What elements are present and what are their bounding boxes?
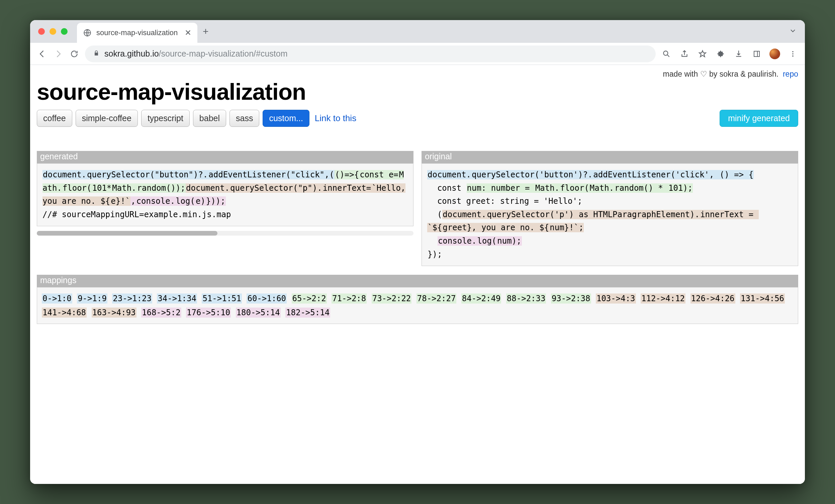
code-segment[interactable]: greet}, you are no. ${ (442, 223, 549, 232)
code-segment[interactable]: num}!`; (549, 223, 584, 232)
code-segment[interactable]: random() * (614, 183, 668, 193)
mapping-entry[interactable]: 163->4:93 (91, 307, 137, 318)
code-segment[interactable]: console. (437, 236, 477, 246)
simple-coffee-button[interactable]: simple-coffee (76, 110, 138, 127)
mapping-entry[interactable]: 112->4:12 (640, 294, 686, 304)
code-segment[interactable]: Math. (112, 183, 137, 193)
code-segment[interactable]: console. (136, 197, 176, 206)
code-segment[interactable]: ( (427, 210, 442, 219)
code-segment[interactable]: floor( (62, 183, 92, 193)
code-segment[interactable]: innerText= (323, 183, 372, 193)
tabs-dropdown-icon[interactable] (789, 27, 797, 36)
generated-scrollbar[interactable] (37, 231, 413, 236)
mapping-entry[interactable]: 84->2:49 (461, 294, 502, 304)
mapping-entry[interactable]: 182->5:14 (285, 307, 330, 318)
code-segment[interactable]: log( (477, 236, 497, 246)
mapping-entry[interactable]: 73->2:22 (372, 294, 412, 304)
mapping-entry[interactable]: 103->4:3 (596, 294, 636, 304)
coffee-button[interactable]: coffee (37, 110, 72, 127)
mapping-entry[interactable]: 65->2:2 (292, 294, 327, 304)
minify-generated-button[interactable]: minify generated (719, 110, 798, 127)
code-segment[interactable] (427, 236, 437, 246)
code-segment[interactable]: num); (497, 236, 522, 246)
mapping-entry[interactable]: 51->1:51 (202, 294, 242, 304)
code-segment[interactable]: num: number = (467, 183, 535, 193)
babel-button[interactable]: babel (193, 110, 226, 127)
mapping-entry[interactable]: 180->5:14 (236, 307, 281, 318)
mapping-entry[interactable]: 0->1:0 (42, 294, 72, 304)
sass-button[interactable]: sass (229, 110, 259, 127)
mapping-entry[interactable]: 9->1:9 (77, 294, 107, 304)
mapping-entry[interactable]: 23->1:23 (112, 294, 152, 304)
menu-icon[interactable] (788, 48, 798, 59)
bookmark-icon[interactable] (697, 48, 708, 59)
close-tab-icon[interactable]: ✕ (185, 28, 191, 38)
code-segment[interactable]: log( (175, 197, 196, 206)
original-code[interactable]: document.querySelector('button')?.addEve… (422, 163, 798, 266)
forward-icon[interactable] (53, 48, 64, 59)
code-segment[interactable]: document. (427, 170, 471, 179)
mapping-entry[interactable]: 60->1:60 (247, 294, 287, 304)
sidepanel-icon[interactable] (751, 48, 762, 59)
code-segment[interactable]: 101* (92, 183, 112, 193)
share-icon[interactable] (679, 48, 690, 59)
code-segment[interactable]: innerText = (700, 210, 758, 219)
extensions-icon[interactable] (715, 48, 726, 59)
code-segment[interactable]: addEventListener('click', (593, 170, 719, 179)
new-tab-button[interactable]: + (203, 26, 209, 37)
code-segment[interactable]: const greet: string = 'Hello'; (427, 197, 583, 206)
address-bar[interactable]: sokra.github.io/source-map-visualization… (85, 45, 656, 62)
mapping-entry[interactable]: 88->2:33 (506, 294, 546, 304)
credit-text: made with ♡ by sokra & paulirish. (663, 69, 778, 78)
minimize-window-button[interactable] (49, 28, 56, 35)
scrollbar-thumb[interactable] (37, 231, 218, 236)
code-segment[interactable]: })); (206, 197, 226, 206)
mapping-entry[interactable]: 126->4:26 (691, 294, 735, 304)
code-segment[interactable]: ()=>{ (334, 170, 359, 179)
mapping-entry[interactable]: 176->5:10 (186, 307, 231, 318)
mapping-entry[interactable]: 131->4:56 (740, 294, 785, 304)
close-window-button[interactable] (38, 28, 45, 35)
browser-tab[interactable]: source-map-visualization ✕ (77, 23, 197, 43)
mapping-entry[interactable]: 168->5:2 (141, 307, 181, 318)
maximize-window-button[interactable] (61, 28, 67, 35)
mapping-entry[interactable]: 141->4:68 (42, 307, 87, 318)
code-segment[interactable]: addEventListener("click",( (208, 170, 334, 179)
link-to-this-link[interactable]: Link to this (315, 113, 356, 123)
typescript-button[interactable]: typescript (141, 110, 190, 127)
reload-icon[interactable] (69, 48, 80, 59)
profile-avatar[interactable] (770, 48, 780, 59)
mapping-entry[interactable]: 78->2:27 (416, 294, 457, 304)
code-segment[interactable]: , (130, 197, 136, 206)
code-segment[interactable]: document. (42, 170, 87, 179)
custom-button[interactable]: custom... (263, 110, 309, 127)
code-segment[interactable]: Math. (589, 183, 614, 193)
code-segment[interactable]: document. (442, 210, 486, 219)
code-segment[interactable]: querySelector("button")?. (87, 170, 208, 179)
code-segment[interactable]: }); (427, 250, 442, 259)
code-segment[interactable]: e) (196, 197, 206, 206)
code-segment[interactable]: querySelector('button')?. (471, 170, 593, 179)
code-segment[interactable]: e}!` (110, 197, 130, 206)
code-segment[interactable]: querySelector("p"). (230, 183, 323, 193)
code-segment[interactable]: floor( (560, 183, 589, 193)
code-segment[interactable]: Math. (535, 183, 560, 193)
mapping-entry[interactable]: 93->2:38 (551, 294, 591, 304)
repo-link[interactable]: repo (783, 69, 798, 78)
back-icon[interactable] (37, 48, 47, 59)
code-segment[interactable]: () => { (719, 170, 754, 179)
mappings-panel[interactable]: 0->1:0 9->1:9 23->1:23 34->1:34 51->1:51… (37, 287, 798, 324)
generated-code[interactable]: document.querySelector("button")?.addEve… (37, 163, 413, 226)
mapping-entry[interactable]: 34->1:34 (157, 294, 197, 304)
code-segment[interactable]: random()); (137, 183, 186, 193)
code-segment[interactable]: `${ (427, 223, 442, 232)
downloads-icon[interactable] (733, 48, 744, 59)
code-segment[interactable]: const e= (359, 170, 399, 179)
search-icon[interactable] (661, 48, 672, 59)
mapping-entry[interactable]: 71->2:8 (331, 294, 367, 304)
code-segment[interactable]: document. (186, 183, 230, 193)
code-segment[interactable]: const (427, 183, 467, 193)
example-buttons-row: coffee simple-coffee typescript babel sa… (37, 110, 798, 127)
code-segment[interactable]: 101); (668, 183, 693, 193)
code-segment[interactable]: querySelector('p') as HTMLParagraphEleme… (486, 210, 700, 219)
